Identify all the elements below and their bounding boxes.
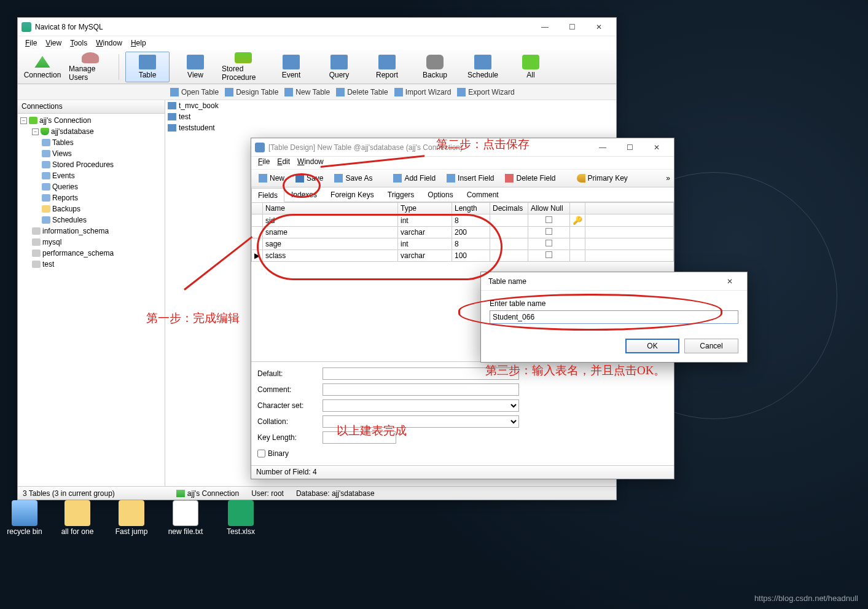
design-table-button[interactable]: Design Table <box>225 88 278 96</box>
toolbar-report[interactable]: Report <box>365 52 409 82</box>
col-length[interactable]: Length <box>452 203 490 214</box>
menu-window[interactable]: Window <box>92 37 126 49</box>
tree-views[interactable]: Views <box>20 148 162 159</box>
toolbar-backup[interactable]: Backup <box>413 52 457 82</box>
tab-indexes[interactable]: Indexes <box>284 187 324 202</box>
tree-stored-procedures[interactable]: Stored Procedures <box>20 159 162 170</box>
maximize-button[interactable]: ☐ <box>558 18 585 36</box>
tab-foreign-keys[interactable]: Foreign Keys <box>324 187 381 202</box>
tree-tables[interactable]: Tables <box>20 137 162 148</box>
delete-table-button[interactable]: Delete Table <box>336 88 388 96</box>
tree-reports[interactable]: Reports <box>20 192 162 203</box>
design-maximize-button[interactable]: ☐ <box>616 139 643 156</box>
design-menu-edit[interactable]: Edit <box>274 157 293 169</box>
toolbar-manage-users[interactable]: Manage Users <box>68 52 112 82</box>
col-name[interactable]: Name <box>263 203 398 214</box>
table-item[interactable]: t_mvc_book <box>165 100 616 111</box>
toolbar-overflow-icon[interactable]: » <box>666 174 670 183</box>
tree-connection[interactable]: −ajj's Connection <box>20 115 162 126</box>
design-save-as-button[interactable]: Save As <box>330 173 376 184</box>
desktop-recycle-bin[interactable]: recycle bin <box>0 500 49 536</box>
prop-keylen-label: Key Length: <box>257 433 319 442</box>
prop-binary-checkbox[interactable] <box>257 447 265 460</box>
close-button[interactable]: ✕ <box>585 18 612 36</box>
toolbar-event[interactable]: Event <box>269 52 313 82</box>
allow-null-checkbox[interactable] <box>545 251 552 258</box>
field-row[interactable]: sageint8 <box>252 238 674 250</box>
tab-triggers[interactable]: Triggers <box>381 187 421 202</box>
minimize-button[interactable]: — <box>531 18 558 36</box>
allow-null-checkbox[interactable] <box>545 240 552 246</box>
prop-keylen-input[interactable] <box>323 431 396 444</box>
tree-backups[interactable]: Backups <box>20 203 162 214</box>
toolbar-stored-procedure[interactable]: Stored Procedure <box>221 52 265 82</box>
tab-comment[interactable]: Comment <box>460 187 506 202</box>
menu-view[interactable]: View <box>42 37 65 49</box>
prop-default-input[interactable] <box>323 367 519 380</box>
prop-comment-input[interactable] <box>323 383 519 396</box>
desktop-test-xlsx[interactable]: Test.xlsx <box>216 500 265 536</box>
prop-collation-select[interactable] <box>323 415 519 428</box>
import-wizard-button[interactable]: Import Wizard <box>394 88 452 96</box>
tree-sysdb[interactable]: mysql <box>20 237 162 248</box>
tree-events[interactable]: Events <box>20 170 162 181</box>
tab-options[interactable]: Options <box>421 187 459 202</box>
table-name-input[interactable] <box>490 310 738 324</box>
toolbar-table[interactable]: Table <box>125 52 170 82</box>
prop-default-label: Default: <box>257 369 319 378</box>
toolbar-all[interactable]: All <box>509 52 553 82</box>
toolbar-query[interactable]: Query <box>317 52 361 82</box>
stored-procedure-icon <box>235 52 252 63</box>
design-new-button[interactable]: New <box>255 173 288 184</box>
desktop-all-for-one[interactable]: all for one <box>53 500 102 536</box>
primary-key-button[interactable]: Primary Key <box>573 173 631 184</box>
add-field-button[interactable]: Add Field <box>389 173 439 184</box>
export-wizard-button[interactable]: Export Wizard <box>457 88 514 96</box>
cancel-button[interactable]: Cancel <box>684 339 738 353</box>
main-window-title: Navicat 8 for MySQL <box>35 23 531 31</box>
tree-database[interactable]: −ajj'sdatabase <box>20 126 162 137</box>
allow-null-checkbox[interactable] <box>545 216 552 223</box>
design-close-button[interactable]: ✕ <box>643 139 670 156</box>
tab-fields[interactable]: Fields <box>251 188 284 202</box>
tree-schedules[interactable]: Schedules <box>20 214 162 226</box>
table-item[interactable]: teststudent <box>165 122 616 133</box>
table-item[interactable]: test <box>165 111 616 122</box>
delete-field-button[interactable]: Delete Field <box>501 173 559 184</box>
tree-queries[interactable]: Queries <box>20 181 162 192</box>
insert-field-button[interactable]: Insert Field <box>443 173 498 184</box>
tree-sysdb[interactable]: performance_schema <box>20 248 162 259</box>
toolbar-schedule[interactable]: Schedule <box>461 52 505 82</box>
field-row[interactable]: sidint8🔑 <box>252 214 674 227</box>
sysdb-icon <box>32 227 41 235</box>
tree-sysdb[interactable]: test <box>20 259 162 270</box>
field-row[interactable]: snamevarchar200 <box>252 227 674 238</box>
menu-tools[interactable]: Tools <box>66 37 91 49</box>
dialog-title: Table name <box>485 277 716 286</box>
app-icon <box>22 22 31 32</box>
design-menu-window[interactable]: Window <box>294 157 327 169</box>
new-table-button[interactable]: New Table <box>284 88 330 96</box>
dialog-close-button[interactable]: ✕ <box>716 273 743 290</box>
col-type[interactable]: Type <box>398 203 452 214</box>
menu-help[interactable]: Help <box>127 37 150 49</box>
open-table-button[interactable]: Open Table <box>170 88 219 96</box>
allow-null-checkbox[interactable] <box>545 228 552 235</box>
design-save-button[interactable]: Save <box>292 173 327 184</box>
desktop-fast-jump[interactable]: Fast jump <box>107 500 156 536</box>
menu-file[interactable]: File <box>22 37 41 49</box>
design-menu-file[interactable]: File <box>255 157 273 169</box>
toolbar-view[interactable]: View <box>173 52 217 82</box>
field-row[interactable]: ▶sclassvarchar100 <box>252 250 674 262</box>
toolbar-connection[interactable]: Connection <box>20 52 65 82</box>
tree-sysdb[interactable]: information_schema <box>20 226 162 237</box>
design-minimize-button[interactable]: — <box>589 139 616 156</box>
reports-icon <box>42 194 50 202</box>
prop-charset-select[interactable] <box>323 399 519 412</box>
all-icon <box>522 55 539 69</box>
col-allow-null[interactable]: Allow Null <box>528 203 570 214</box>
ok-button[interactable]: OK <box>625 339 679 353</box>
sidebar-header: Connections <box>18 100 165 114</box>
desktop-new-file[interactable]: new file.txt <box>161 500 210 536</box>
col-decimals[interactable]: Decimals <box>490 203 528 214</box>
